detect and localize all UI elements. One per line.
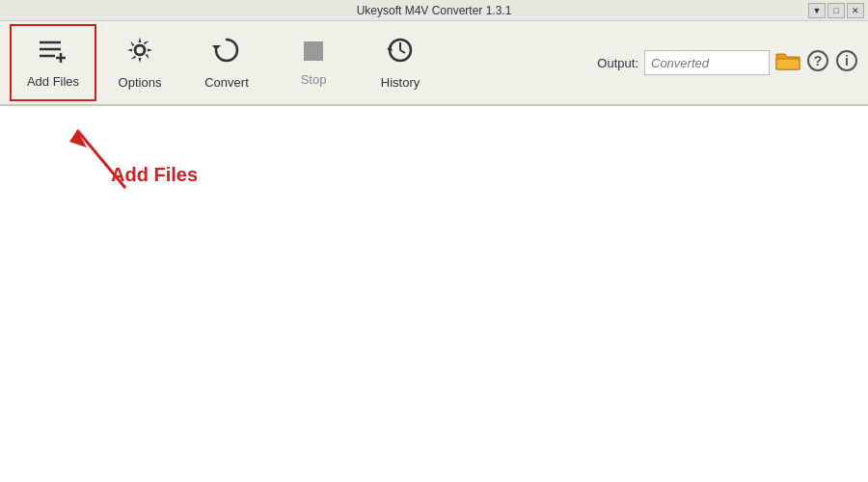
history-icon [386,36,415,69]
svg-text:i: i [845,53,849,68]
svg-line-11 [400,50,405,53]
convert-label: Convert [204,75,249,90]
minimize-button[interactable]: ▼ [808,3,826,18]
title-bar: Ukeysoft M4V Converter 1.3.1 ▼ □ ✕ [0,0,868,21]
help-button[interactable]: ? [806,49,829,76]
convert-button[interactable]: Convert [183,24,270,101]
close-button[interactable]: ✕ [847,3,864,18]
gear-icon [125,36,154,69]
history-label: History [381,75,420,90]
options-label: Options [119,75,162,90]
annotation-arrow [58,111,251,227]
browse-folder-button[interactable] [775,50,800,75]
info-button[interactable]: i [835,49,858,76]
window-controls: ▼ □ ✕ [808,3,864,18]
output-input[interactable] [644,50,770,75]
add-files-icon [38,37,68,68]
history-button[interactable]: History [357,24,444,101]
options-button[interactable]: Options [96,24,183,101]
convert-icon [212,36,241,69]
main-content: Add Files [0,106,868,482]
maximize-button[interactable]: □ [827,3,845,18]
stop-button[interactable]: Stop [270,24,357,101]
svg-point-6 [135,45,145,55]
svg-line-17 [77,130,125,188]
svg-marker-7 [212,45,221,50]
svg-text:?: ? [814,53,823,68]
stop-label: Stop [301,72,327,87]
svg-rect-8 [304,41,323,61]
output-label: Output: [597,56,638,70]
add-files-button[interactable]: Add Files [10,24,96,101]
stop-icon [303,40,324,67]
add-files-label: Add Files [27,74,79,89]
output-area: Output: ? i [597,49,858,76]
toolbar: Add Files Options [0,21,868,106]
window-title: Ukeysoft M4V Converter 1.3.1 [357,4,512,17]
